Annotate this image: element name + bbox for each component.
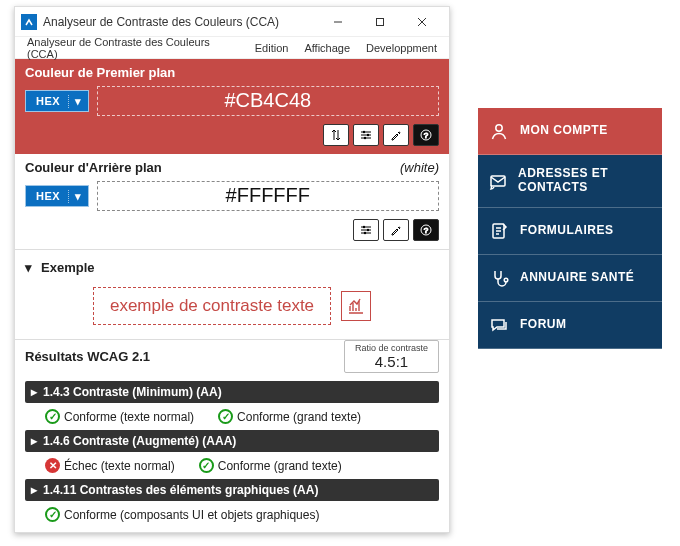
eyedropper-button[interactable]	[383, 219, 409, 241]
chevron-down-icon: ▾	[68, 190, 82, 203]
menu-item[interactable]: Affichage	[296, 39, 358, 57]
svg-point-4	[363, 131, 365, 133]
ratio-value: 4.5:1	[355, 353, 428, 370]
chevron-down-icon: ▾	[68, 95, 82, 108]
eyedropper-button[interactable]	[383, 124, 409, 146]
example-section: ▾ Exemple exemple de contraste texte	[15, 250, 449, 340]
check-item: ✓ Conforme (composants UI et objets grap…	[45, 507, 319, 522]
menu-item[interactable]: Edition	[247, 39, 297, 57]
window-controls	[317, 11, 443, 33]
pass-icon: ✓	[218, 409, 233, 424]
help-button[interactable]: ?	[413, 219, 439, 241]
check-text: Conforme (composants UI et objets graphi…	[64, 508, 319, 522]
background-panel: Couleur d'Arrière plan (white) HEX ▾ #FF…	[15, 154, 449, 250]
example-header[interactable]: ▾ Exemple	[25, 256, 439, 279]
svg-point-10	[367, 229, 369, 231]
chat-icon	[488, 314, 510, 336]
foreground-toolbar: ?	[25, 124, 439, 146]
check-item: ✕ Échec (texte normal)	[45, 458, 175, 473]
sidebar-item-label: FORUM	[520, 318, 567, 332]
app-icon	[21, 14, 37, 30]
sidebar-item-account[interactable]: MON COMPTE	[478, 108, 662, 155]
check-item: ✓ Conforme (grand texte)	[199, 458, 342, 473]
check-text: Conforme (grand texte)	[237, 410, 361, 424]
mail-icon	[488, 170, 508, 192]
ratio-label: Ratio de contraste	[355, 343, 428, 353]
check-item: ✓ Conforme (texte normal)	[45, 409, 194, 424]
contrast-ratio-box: Ratio de contraste 4.5:1	[344, 340, 439, 373]
sidebar-item-forum[interactable]: FORUM	[478, 302, 662, 349]
criterion-bar[interactable]: ▸ 1.4.6 Contraste (Augmenté) (AAA)	[25, 430, 439, 452]
svg-rect-15	[491, 176, 505, 186]
check-text: Échec (texte normal)	[64, 459, 175, 473]
cca-window: Analyseur de Contraste des Couleurs (CCA…	[14, 6, 450, 533]
sidebar-item-label: FORMULAIRES	[520, 224, 614, 238]
format-label: HEX	[36, 95, 60, 107]
stethoscope-icon	[488, 267, 510, 289]
form-icon	[488, 220, 510, 242]
chart-icon[interactable]	[341, 291, 371, 321]
results-header: Résultats WCAG 2.1 Ratio de contraste 4.…	[15, 340, 449, 377]
svg-point-6	[364, 137, 366, 139]
criterion-title: 1.4.11 Contrastes des éléments graphique…	[43, 483, 318, 497]
menubar: Analyseur de Contraste des Couleurs (CCA…	[15, 37, 449, 59]
background-toolbar: ?	[25, 219, 439, 241]
chevron-right-icon: ▸	[31, 385, 37, 399]
check-text: Conforme (grand texte)	[218, 459, 342, 473]
pass-icon: ✓	[45, 409, 60, 424]
sliders-button[interactable]	[353, 219, 379, 241]
pass-icon: ✓	[45, 507, 60, 522]
format-label: HEX	[36, 190, 60, 202]
chevron-right-icon: ▸	[31, 434, 37, 448]
svg-point-17	[504, 278, 508, 282]
sidebar-menu: MON COMPTE ADRESSES ET CONTACTS FORMULAI…	[478, 108, 662, 349]
criterion-checks: ✓ Conforme (composants UI et objets grap…	[15, 501, 449, 524]
sidebar-item-label: ADRESSES ET CONTACTS	[518, 167, 652, 195]
criterion-bar[interactable]: ▸ 1.4.11 Contrastes des éléments graphiq…	[25, 479, 439, 501]
fail-icon: ✕	[45, 458, 60, 473]
svg-point-14	[496, 125, 502, 131]
background-color-name: (white)	[400, 160, 439, 175]
svg-text:?: ?	[424, 226, 429, 235]
svg-rect-1	[377, 18, 384, 25]
pass-icon: ✓	[199, 458, 214, 473]
menu-item[interactable]: Developpment	[358, 39, 445, 57]
svg-point-11	[364, 232, 366, 234]
results-title: Résultats WCAG 2.1	[25, 349, 150, 364]
minimize-button[interactable]	[317, 11, 359, 33]
criterion-title: 1.4.3 Contraste (Minimum) (AA)	[43, 385, 222, 399]
maximize-button[interactable]	[359, 11, 401, 33]
background-label: Couleur d'Arrière plan	[25, 160, 162, 175]
example-text: exemple de contraste texte	[93, 287, 331, 325]
sidebar-item-forms[interactable]: FORMULAIRES	[478, 208, 662, 255]
chevron-down-icon: ▾	[25, 260, 35, 275]
background-format-select[interactable]: HEX ▾	[25, 185, 89, 207]
foreground-value-input[interactable]: #CB4C48	[97, 86, 439, 116]
sidebar-item-label: MON COMPTE	[520, 124, 608, 138]
example-title: Exemple	[41, 260, 94, 275]
user-icon	[488, 120, 510, 142]
foreground-format-select[interactable]: HEX ▾	[25, 90, 89, 112]
background-value-input[interactable]: #FFFFFF	[97, 181, 439, 211]
chevron-right-icon: ▸	[31, 483, 37, 497]
sidebar-item-contacts[interactable]: ADRESSES ET CONTACTS	[478, 155, 662, 208]
close-button[interactable]	[401, 11, 443, 33]
check-text: Conforme (texte normal)	[64, 410, 194, 424]
swap-button[interactable]	[323, 124, 349, 146]
svg-point-9	[363, 226, 365, 228]
help-button[interactable]: ?	[413, 124, 439, 146]
criterion-title: 1.4.6 Contraste (Augmenté) (AAA)	[43, 434, 236, 448]
svg-text:?: ?	[424, 131, 429, 140]
svg-point-5	[367, 134, 369, 136]
foreground-label: Couleur de Premier plan	[25, 65, 439, 80]
criterion-bar[interactable]: ▸ 1.4.3 Contraste (Minimum) (AA)	[25, 381, 439, 403]
sliders-button[interactable]	[353, 124, 379, 146]
criterion-checks: ✕ Échec (texte normal) ✓ Conforme (grand…	[15, 452, 449, 475]
check-item: ✓ Conforme (grand texte)	[218, 409, 361, 424]
sidebar-item-label: ANNUAIRE SANTÉ	[520, 271, 634, 285]
sidebar-item-health[interactable]: ANNUAIRE SANTÉ	[478, 255, 662, 302]
criterion-checks: ✓ Conforme (texte normal) ✓ Conforme (gr…	[15, 403, 449, 426]
window-title: Analyseur de Contraste des Couleurs (CCA…	[43, 15, 311, 29]
foreground-panel: Couleur de Premier plan HEX ▾ #CB4C48 ?	[15, 59, 449, 154]
menu-item[interactable]: Analyseur de Contraste des Couleurs (CCA…	[19, 33, 247, 63]
